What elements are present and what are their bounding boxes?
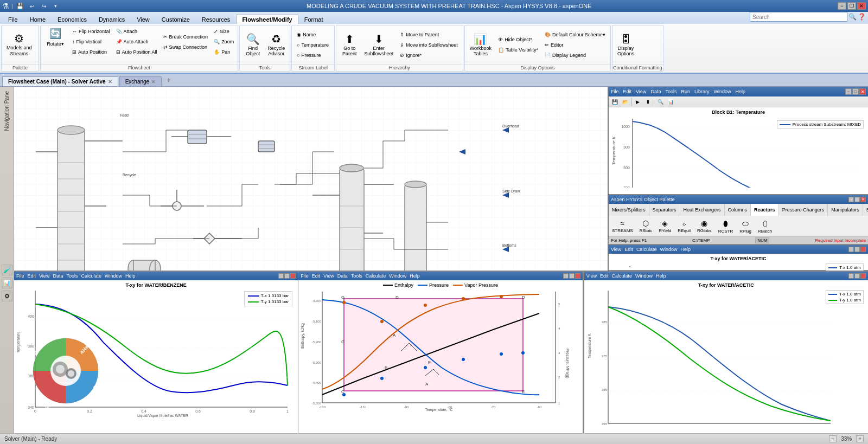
palette-tab-mixers[interactable]: Mixers/Splitters [609, 204, 649, 216]
txy-b-window[interactable]: Window [105, 273, 122, 279]
display-options-button[interactable]: 🎛 DisplayOptions [615, 29, 637, 61]
palette-icon-ryield[interactable]: ◈ RYield [656, 218, 673, 234]
txy-b-data[interactable]: Data [53, 273, 63, 279]
brp-calculate[interactable]: Calculate [612, 273, 633, 279]
quick-redo[interactable]: ↪ [39, 1, 49, 11]
display-legend-button[interactable]: 📄 Display Legend [542, 50, 608, 60]
quick-more[interactable]: ▾ [51, 1, 61, 11]
brp-view[interactable]: View [586, 273, 597, 279]
brp-help[interactable]: Help [656, 273, 666, 279]
palette-icon-rgibbs[interactable]: ◉ RGibbs [695, 218, 714, 234]
palette-icon-requal[interactable]: ⬦ REquil [675, 218, 693, 234]
txy-acetic-calculate[interactable]: Calculate [636, 247, 657, 252]
workbook-tables-button[interactable]: 📊 WorkbookTables [467, 29, 494, 61]
table-visibility-button[interactable]: 📋 Table Visibility* [495, 45, 541, 55]
enth-maximize[interactable] [569, 273, 575, 279]
zoom-in-button[interactable]: + [856, 435, 864, 442]
txy-b-close[interactable] [290, 273, 296, 279]
break-connection-button[interactable]: ✂ Break Connection [161, 32, 211, 42]
txy-b-maximize[interactable] [284, 273, 290, 279]
palette-icon-streams[interactable]: ≈ STREAMS [610, 218, 635, 234]
temp-chart-window[interactable]: Window [713, 89, 731, 94]
quick-save[interactable]: 💾 [15, 1, 25, 11]
search-input[interactable] [750, 12, 847, 22]
txy-acetic-window[interactable]: Window [660, 247, 677, 252]
txy-acetic-minimize[interactable] [848, 247, 854, 252]
editor-button[interactable]: ✏ Editor [542, 40, 608, 50]
temp-chart-run[interactable]: Run [681, 89, 690, 94]
brp-close[interactable] [860, 273, 866, 279]
tc-tb-6[interactable]: 📊 [666, 97, 675, 107]
tc-tb-3[interactable]: ▶ [633, 97, 642, 107]
doc-tab-main[interactable]: Flowsheet Case (Main) - Solver Active ✕ [2, 76, 118, 86]
swap-connection-button[interactable]: ⇄ Swap Connection [161, 42, 211, 52]
palette-icon-rcstr[interactable]: ⬮ RCSTR [716, 218, 736, 235]
auto-position-all-button[interactable]: ⊟ Auto Position All [113, 47, 160, 57]
palette-tab-solids[interactable]: Solids [863, 204, 868, 216]
search-icon[interactable]: 🔍 [848, 13, 857, 21]
tab-format[interactable]: Format [298, 15, 329, 24]
enth-help[interactable]: Help [410, 273, 420, 279]
tab-economics[interactable]: Economics [52, 15, 93, 24]
doc-tab-exchange-close[interactable]: ✕ [151, 79, 156, 85]
palette-icon-rbatch[interactable]: ⬯ RBatch [756, 218, 774, 235]
txy-b-help[interactable]: Help [125, 273, 136, 279]
temp-chart-tools[interactable]: Tools [665, 89, 676, 94]
pan-button[interactable]: ✋ Pan [211, 47, 237, 57]
help-icon[interactable]: ❓ [858, 13, 866, 21]
temperature-label-button[interactable]: ○ Temperature [294, 40, 331, 50]
doc-tab-main-close[interactable]: ✕ [108, 79, 112, 85]
txy-b-file[interactable]: File [16, 273, 24, 279]
temp-chart-maximize[interactable]: □ [852, 88, 859, 95]
temp-chart-edit[interactable]: Edit [623, 89, 632, 94]
auto-attach-button[interactable]: 📌 Auto Attach [113, 37, 160, 47]
palette-minimize[interactable]: − [848, 197, 854, 202]
maximize-button[interactable]: ❐ [847, 2, 856, 10]
enter-subflowsheet-button[interactable]: ⬇ EnterSubflowsheet [361, 29, 396, 61]
temp-chart-help[interactable]: Help [735, 89, 745, 94]
palette-icon-rstoic[interactable]: ⬡ RStoic [637, 218, 655, 234]
txy-b-minimize[interactable] [278, 273, 284, 279]
palette-tab-manip[interactable]: Manipulators [828, 204, 863, 216]
rotate-button[interactable]: 🔄 Rotate▾ [42, 27, 69, 57]
palette-tab-pressure[interactable]: Pressure Changers [779, 204, 828, 216]
minimize-button[interactable]: − [838, 2, 846, 10]
enth-close[interactable] [575, 273, 580, 279]
temp-chart-file[interactable]: File [611, 89, 619, 94]
txy-acetic-close[interactable] [860, 247, 866, 252]
auto-position-button[interactable]: ⊞ Auto Position [69, 47, 113, 57]
size-button[interactable]: ⤢ Size [211, 27, 237, 36]
temp-chart-library[interactable]: Library [694, 89, 710, 94]
nav-icon-1[interactable]: 🧪 [2, 265, 12, 275]
flowsheet-canvas[interactable]: Feed Recycle Overhead Side Draw Bottoms [14, 87, 608, 271]
enth-tools[interactable]: Tools [351, 273, 362, 279]
temp-chart-minimize[interactable]: − [845, 88, 852, 95]
close-button[interactable]: ✕ [857, 2, 866, 10]
temp-chart-data[interactable]: Data [650, 89, 661, 94]
txy-b-tools[interactable]: Tools [66, 273, 78, 279]
attach-button[interactable]: 📎 Attach [113, 27, 160, 36]
models-streams-button[interactable]: ⚙ Models andStreams [4, 29, 35, 61]
txy-b-edit[interactable]: Edit [28, 273, 36, 279]
tab-customize[interactable]: Customize [156, 15, 196, 24]
tab-file[interactable]: File [2, 15, 24, 24]
pressure-label-button[interactable]: ○ Pressure [294, 50, 331, 60]
txy-acetic-help[interactable]: Help [680, 247, 691, 252]
txy-b-view[interactable]: View [39, 273, 49, 279]
brp-window[interactable]: Window [635, 273, 653, 279]
txy-acetic-maximize[interactable] [854, 247, 860, 252]
tab-resources[interactable]: Resources [196, 15, 237, 24]
tc-tb-5[interactable]: 🔍 [655, 97, 665, 107]
palette-tab-reactors[interactable]: Reactors [751, 204, 779, 216]
txy-acetic-edit[interactable]: Edit [624, 247, 633, 252]
zoom-button[interactable]: 🔍 Zoom [211, 37, 237, 47]
palette-maximize[interactable]: □ [854, 197, 860, 202]
enth-data[interactable]: Data [337, 273, 348, 279]
temp-chart-close[interactable]: ✕ [859, 88, 866, 95]
move-into-subflowsheet-button[interactable]: ⇓ Move into Subflowsheet [397, 40, 461, 50]
recycle-advisor-button[interactable]: ♻ RecycleAdvisor [265, 29, 288, 61]
name-label-button[interactable]: ◉ Name [294, 30, 331, 40]
add-tab-button[interactable]: + [163, 74, 174, 86]
palette-icon-rplug[interactable]: ⬭ RPlug [737, 218, 754, 235]
default-colour-scheme-button[interactable]: 🎨 Default Colour Scheme▾ [542, 30, 608, 40]
